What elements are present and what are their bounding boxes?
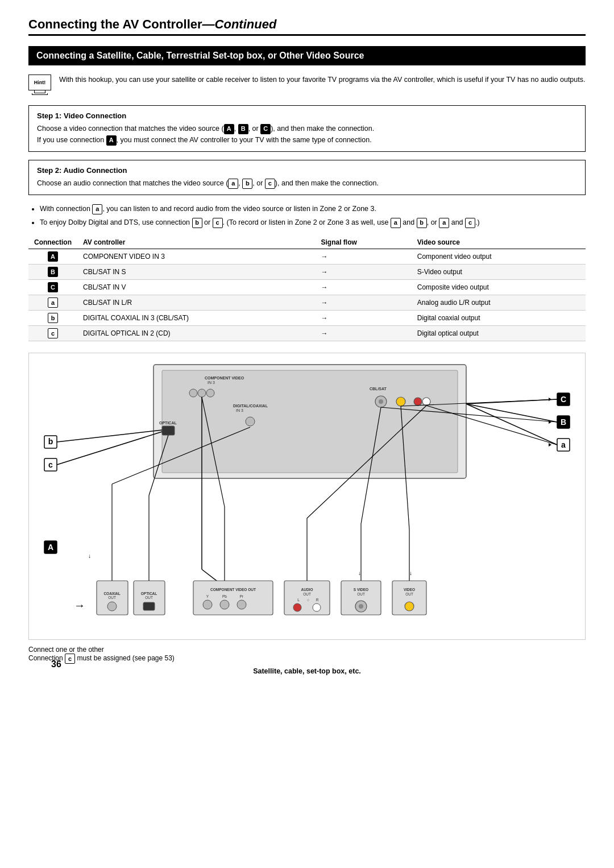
step2-line1: Choose an audio connection that matches …: [37, 177, 577, 189]
footer-note2: Connection c must be assigned (see page …: [28, 654, 586, 664]
svg-text:OUT: OUT: [405, 592, 413, 596]
signal-c: →: [316, 326, 412, 341]
badge-A-step1: A: [224, 124, 234, 134]
badge-cell-C: C: [28, 280, 77, 295]
page-number: 36: [51, 659, 61, 669]
hint-text: With this hookup, you can use your satel…: [59, 75, 585, 85]
source-A: Component video output: [412, 249, 586, 264]
svg-rect-11: [162, 426, 175, 435]
svg-line-30: [57, 430, 162, 442]
step2-title: Step 2: Audio Connection: [37, 166, 577, 175]
badge-b-bullet2: b: [192, 218, 202, 228]
svg-text:OUT: OUT: [357, 592, 365, 596]
svg-line-33: [466, 404, 557, 422]
badge-c-footer: c: [65, 654, 75, 664]
svg-text:Pb: Pb: [222, 594, 227, 598]
svg-point-15: [396, 397, 405, 406]
step1-line1: Choose a video connection that matches t…: [37, 123, 577, 134]
svg-point-50: [203, 600, 212, 609]
hint-box: Hint! With this hookup, you can use your…: [28, 75, 586, 95]
svg-text:Pr: Pr: [240, 594, 244, 598]
table-row: c DIGITAL OPTICAL IN 2 (CD) → Digital op…: [28, 326, 586, 341]
source-c: Digital optical output: [412, 326, 586, 341]
signal-B: →: [316, 264, 412, 280]
footer-caption: Satellite, cable, set-top box, etc.: [28, 667, 586, 675]
svg-text:AUDIO: AUDIO: [301, 588, 313, 592]
svg-point-16: [414, 398, 422, 406]
svg-point-52: [237, 600, 246, 609]
svg-point-4: [189, 389, 197, 397]
svg-point-51: [220, 600, 229, 609]
svg-point-60: [313, 604, 321, 611]
av-A: COMPONENT VIDEO IN 3: [77, 249, 316, 264]
col-signal: Signal flow: [316, 236, 412, 249]
svg-text:COMPONENT VIDEO OUT: COMPONENT VIDEO OUT: [210, 588, 256, 592]
svg-point-69: [405, 602, 414, 611]
footer-note2-text: must be assigned (see page 53): [77, 654, 174, 662]
svg-text:↓: ↓: [358, 570, 361, 576]
svg-rect-1: [162, 370, 458, 473]
svg-text:OPTICAL: OPTICAL: [141, 592, 157, 596]
step2-box: Step 2: Audio Connection Choose an audio…: [28, 160, 586, 195]
and-text-1: and: [403, 218, 414, 226]
hint-label: Hint!: [34, 80, 46, 85]
svg-marker-91: [549, 443, 551, 447]
badge-B-step1: B: [238, 124, 248, 134]
badge-cell-b: b: [28, 311, 77, 326]
page-wrapper: Connecting the AV Controller—Continued C…: [28, 17, 586, 675]
footer-notes: Connect one or the other Connection c mu…: [28, 646, 586, 664]
svg-point-65: [359, 604, 363, 609]
section-title: Connecting a Satellite, Cable, Terrestri…: [28, 46, 586, 65]
source-a: Analog audio L/R output: [412, 295, 586, 311]
table-row: b DIGITAL COAXIAL IN 3 (CBL/SAT) → Digit…: [28, 311, 586, 326]
svg-text:OPTICAL: OPTICAL: [159, 421, 177, 425]
svg-text:IN 3: IN 3: [236, 408, 243, 412]
diagram-area: COMPONENT VIDEO IN 3 DIGITAL/COAXIAL IN …: [28, 353, 586, 640]
av-c: DIGITAL OPTICAL IN 2 (CD): [77, 326, 316, 341]
page-header: Connecting the AV Controller—Continued: [28, 17, 586, 36]
svg-marker-89: [549, 398, 551, 401]
table-row: a CBL/SAT IN L/R → Analog audio L/R outp…: [28, 295, 586, 311]
av-a: CBL/SAT IN L/R: [77, 295, 316, 311]
svg-text:b: b: [48, 437, 53, 446]
badge-cell-B: B: [28, 264, 77, 280]
badge-c-bullet2: c: [213, 218, 223, 228]
svg-text:R: R: [316, 598, 319, 602]
svg-rect-45: [193, 581, 273, 615]
hint-base: [32, 93, 48, 95]
badge-cell-a: a: [28, 295, 77, 311]
svg-text:IN 3: IN 3: [208, 381, 215, 385]
col-source: Video source: [412, 236, 586, 249]
av-C: CBL/SAT IN V: [77, 280, 316, 295]
svg-point-9: [246, 417, 255, 426]
svg-text:S VIDEO: S VIDEO: [354, 588, 368, 592]
av-b: DIGITAL COAXIAL IN 3 (CBL/SAT): [77, 311, 316, 326]
signal-a: →: [316, 295, 412, 311]
svg-text:OUT: OUT: [303, 592, 311, 596]
svg-point-5: [198, 389, 206, 397]
badge-C-step1: C: [260, 124, 271, 134]
svg-text:c: c: [48, 460, 53, 469]
and-text-2: and: [451, 218, 463, 226]
badge-c-bullet2c: c: [465, 218, 475, 228]
svg-text:CBL/SAT: CBL/SAT: [370, 387, 387, 391]
source-C: Composite video output: [412, 280, 586, 295]
step1-title: Step 1: Video Connection: [37, 111, 577, 120]
svg-text:L: L: [297, 598, 300, 602]
table-row: C CBL/SAT IN V → Composite video output: [28, 280, 586, 295]
svg-line-34: [466, 404, 557, 445]
step1-box: Step 1: Video Connection Choose a video …: [28, 105, 586, 152]
diagram-svg: COMPONENT VIDEO IN 3 DIGITAL/COAXIAL IN …: [35, 359, 579, 634]
svg-point-6: [206, 389, 214, 397]
svg-text:A: A: [48, 543, 53, 552]
svg-text:→: →: [74, 599, 85, 611]
connection-diagram: COMPONENT VIDEO IN 3 DIGITAL/COAXIAL IN …: [40, 359, 574, 632]
svg-point-14: [379, 399, 383, 404]
col-connection: Connection: [28, 236, 77, 249]
badge-a-bullet2a: a: [391, 218, 401, 228]
bullet-item-2: To enjoy Dolby Digital and DTS, use conn…: [40, 217, 586, 228]
col-av: AV controller: [77, 236, 316, 249]
badge-b-bullet2b: b: [417, 218, 427, 228]
svg-text:a: a: [561, 440, 566, 449]
av-B: CBL/SAT IN S: [77, 264, 316, 280]
